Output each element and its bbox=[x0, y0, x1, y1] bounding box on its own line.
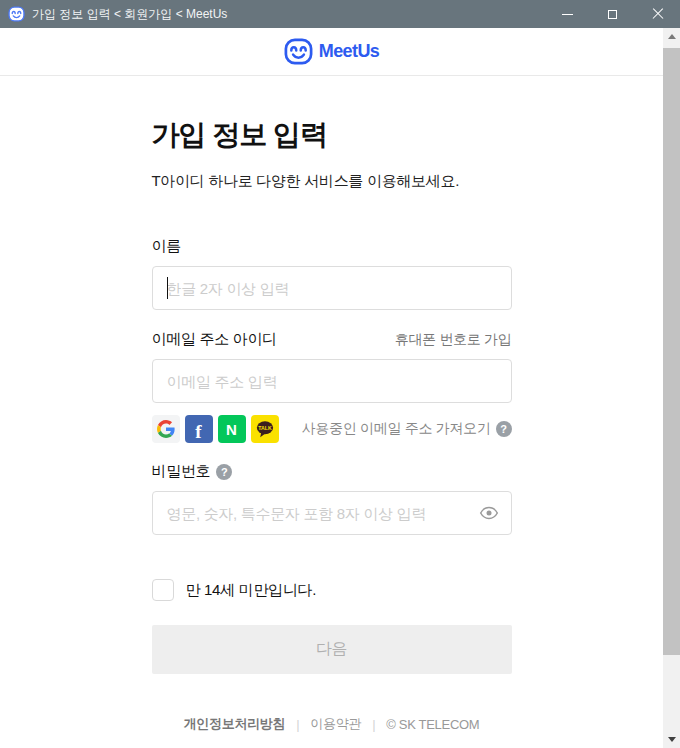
meetus-logo-icon bbox=[284, 38, 313, 65]
scroll-down-icon bbox=[668, 737, 676, 742]
name-label: 이름 bbox=[152, 237, 181, 256]
show-password-eye-icon[interactable] bbox=[479, 503, 499, 523]
kakao-bubble-glyph: TALK bbox=[253, 417, 277, 441]
signup-page: MeetUs 가입 정보 입력 T아이디 하나로 다양한 서비스를 이용해보세요… bbox=[0, 28, 663, 748]
page-title: 가입 정보 입력 bbox=[152, 116, 512, 154]
scrollbar-up-button[interactable] bbox=[663, 28, 680, 45]
page-subtitle: T아이디 하나로 다양한 서비스를 이용해보세요. bbox=[152, 172, 512, 191]
copyright-text: © SK TELECOM bbox=[386, 717, 479, 732]
scroll-up-icon bbox=[668, 34, 676, 39]
fetch-email-link[interactable]: 사용중인 이메일 주소 가져오기 ? bbox=[302, 420, 512, 438]
naver-icon[interactable]: N bbox=[218, 415, 246, 443]
kakaotalk-icon[interactable]: TALK bbox=[251, 415, 279, 443]
close-button[interactable] bbox=[635, 0, 680, 28]
social-import-row: f N TALK 사용중인 이메일 주소 가져오기 bbox=[152, 415, 512, 443]
fetch-email-help-icon[interactable]: ? bbox=[496, 421, 512, 437]
under14-label[interactable]: 만 14세 미만입니다. bbox=[186, 581, 317, 600]
maximize-icon bbox=[608, 10, 617, 19]
vertical-scrollbar bbox=[663, 28, 680, 748]
footer-separator: | bbox=[372, 717, 375, 732]
footer-separator: | bbox=[296, 717, 299, 732]
window-title: 가입 정보 입력 < 회원가입 < MeetUs bbox=[32, 6, 227, 23]
app-window: 가입 정보 입력 < 회원가입 < MeetUs MeetUs 가입 정보 입력… bbox=[0, 0, 680, 748]
facebook-letter: f bbox=[195, 421, 201, 443]
minimize-button[interactable] bbox=[545, 0, 590, 28]
name-input[interactable] bbox=[152, 266, 512, 310]
meetus-logo: MeetUs bbox=[284, 38, 379, 65]
password-label-text: 비밀번호 bbox=[152, 462, 211, 481]
password-help-icon[interactable]: ? bbox=[216, 464, 232, 480]
name-input-wrap bbox=[152, 266, 512, 310]
terms-link[interactable]: 이용약관 bbox=[310, 715, 361, 733]
window-titlebar: 가입 정보 입력 < 회원가입 < MeetUs bbox=[0, 0, 680, 28]
google-g-glyph bbox=[157, 420, 175, 438]
email-input[interactable] bbox=[152, 359, 512, 403]
signup-form: 가입 정보 입력 T아이디 하나로 다양한 서비스를 이용해보세요. 이름 이메… bbox=[152, 116, 512, 674]
minimize-icon bbox=[562, 14, 573, 15]
page-footer: 개인정보처리방침 | 이용약관 | © SK TELECOM bbox=[0, 698, 663, 748]
password-input-wrap bbox=[152, 491, 512, 535]
scrollbar-down-button[interactable] bbox=[663, 731, 680, 748]
meetus-app-icon bbox=[8, 6, 25, 22]
phone-signup-link[interactable]: 휴대폰 번호로 가입 bbox=[395, 331, 512, 349]
svg-text:TALK: TALK bbox=[258, 425, 272, 431]
close-icon bbox=[652, 8, 664, 20]
fetch-email-label: 사용중인 이메일 주소 가져오기 bbox=[302, 420, 491, 438]
password-label: 비밀번호 ? bbox=[152, 462, 233, 481]
text-caret bbox=[167, 277, 169, 299]
under14-row: 만 14세 미만입니다. bbox=[152, 579, 512, 601]
google-icon[interactable] bbox=[152, 415, 180, 443]
scrollbar-thumb[interactable] bbox=[663, 48, 680, 655]
site-header: MeetUs bbox=[0, 28, 663, 76]
email-input-wrap bbox=[152, 359, 512, 403]
maximize-button[interactable] bbox=[590, 0, 635, 28]
next-button[interactable]: 다음 bbox=[152, 625, 512, 674]
email-label: 이메일 주소 아이디 bbox=[152, 330, 277, 349]
naver-letter: N bbox=[226, 421, 237, 438]
privacy-policy-link[interactable]: 개인정보처리방침 bbox=[184, 715, 286, 733]
meetus-logo-text: MeetUs bbox=[319, 41, 379, 62]
under14-checkbox[interactable] bbox=[152, 579, 174, 601]
password-input[interactable] bbox=[152, 491, 512, 535]
facebook-icon[interactable]: f bbox=[185, 415, 213, 443]
